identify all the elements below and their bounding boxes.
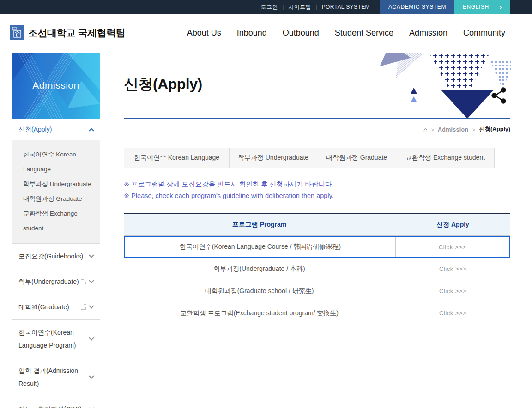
sidebar-item-apply[interactable]: 신청(Apply) <box>12 119 100 140</box>
program-label: 한국어연수(Korean Language Course / 韩国语研修课程) <box>180 243 341 251</box>
breadcrumb-apply: 신청(Apply) <box>479 126 510 133</box>
nav-student-service[interactable]: Student Service <box>335 28 393 38</box>
sidebar-banner-title: Admission <box>12 80 100 91</box>
sidebar-item-graduate[interactable]: 대학원(Graduate) <box>12 294 100 320</box>
chevron-right-icon: › <box>500 4 502 11</box>
chevron-down-icon <box>89 278 94 283</box>
sidebar-apply-label: 신청(Apply) <box>18 126 52 134</box>
global-nav: About Us Inbound Outbound Student Servic… <box>171 14 505 52</box>
page-title-section: 신청(Apply) <box>124 53 510 119</box>
nav-about-us[interactable]: About Us <box>187 28 221 38</box>
chevron-up-icon <box>89 128 94 133</box>
breadcrumb-separator: > <box>431 127 434 132</box>
external-link-icon <box>81 279 86 284</box>
table-row-graduate[interactable]: 대학원과정(Graduate school / 研究生) Click >>> <box>124 280 510 302</box>
sidebar-item-label: 한국어연수(Korean Language Program) <box>18 326 90 352</box>
sidebar-item-label: 학부(Undergraduate) <box>18 275 79 288</box>
program-tabs: 한국어연수 Korean Language 학부과정 Undergraduate… <box>124 148 510 168</box>
sidebar-sub-korean-language[interactable]: 한국어연수 Korean Language <box>23 147 95 177</box>
chevron-down-icon <box>89 405 94 408</box>
sidebar-item-guidebooks[interactable]: 모집요강(Guidebooks) <box>12 244 100 269</box>
table-header-row: 프로그램 Program 신청 Apply <box>124 214 510 236</box>
nav-admission[interactable]: Admission <box>409 28 447 38</box>
tab-exchange-student[interactable]: 교환학생 Exchange student <box>396 148 495 168</box>
portal-system-link[interactable]: PORTAL SYSTEM <box>322 4 370 10</box>
nav-inbound[interactable]: Inbound <box>237 28 267 38</box>
sidebar-item-admission-result[interactable]: 입학 결과(Admission Result) <box>12 358 100 396</box>
nav-outbound[interactable]: Outbound <box>283 28 319 38</box>
sitemap-link[interactable]: 사이트맵 <box>288 3 311 11</box>
chevron-down-icon <box>89 303 94 308</box>
main-content: 신청(Apply) ⌂ > Admission > 신청(Apply) 한국어연… <box>124 53 510 324</box>
login-link[interactable]: 로그인 <box>261 3 278 11</box>
external-link-icon <box>81 305 86 310</box>
sidebar-menu: 모집요강(Guidebooks) 학부(Undergraduate) 대학원(G… <box>12 243 100 408</box>
language-label: ENGLISH <box>463 4 489 10</box>
apply-click-link[interactable]: Click >>> <box>439 244 466 251</box>
program-label: 대학원과정(Graduate school / 研究生) <box>205 287 314 295</box>
language-select-button[interactable]: ENGLISH › <box>454 0 510 14</box>
top-utility-bar: 로그인 | 사이트맵 | PORTAL SYSTEM ACADEMIC SYST… <box>0 0 532 14</box>
university-emblem-icon <box>10 25 24 40</box>
table-row-korean-language[interactable]: 한국어연수(Korean Language Course / 韩国语研修课程) … <box>124 236 510 258</box>
chevron-down-icon <box>89 252 94 258</box>
notice-english: ※ Please, check each program's guideline… <box>124 190 510 202</box>
nav-community[interactable]: Community <box>463 28 505 38</box>
chevron-down-icon <box>89 335 94 340</box>
breadcrumb-admission[interactable]: Admission <box>438 126 469 133</box>
apply-table: 프로그램 Program 신청 Apply 한국어연수(Korean Langu… <box>124 213 510 324</box>
breadcrumb: ⌂ > Admission > 신청(Apply) <box>124 126 510 133</box>
apply-click-link[interactable]: Click >>> <box>439 265 466 272</box>
apply-click-link[interactable]: Click >>> <box>439 310 466 317</box>
academic-system-button[interactable]: ACADEMIC SYSTEM <box>380 0 454 14</box>
sidebar-item-gks[interactable]: 정부초청장학생(GKS) <box>12 396 100 408</box>
col-header-program: 프로그램 Program <box>124 214 395 235</box>
page-title: 신청(Apply) <box>124 53 510 95</box>
breadcrumb-separator: > <box>472 127 475 132</box>
sidebar-sub-undergraduate[interactable]: 학부과정 Undergraduate <box>23 177 95 192</box>
site-title: 조선대학교 국제협력팀 <box>28 26 125 39</box>
site-logo[interactable]: 조선대학교 국제협력팀 <box>10 25 125 40</box>
tab-graduate[interactable]: 대학원과정 Graduate <box>317 148 396 168</box>
table-row-undergraduate[interactable]: 학부과정(Undergraduate / 本科) Click >>> <box>124 258 510 280</box>
tab-undergraduate[interactable]: 학부과정 Undergraduate <box>229 148 317 168</box>
separator: | <box>283 5 284 10</box>
tab-korean-language[interactable]: 한국어연수 Korean Language <box>124 148 230 168</box>
sidebar-item-label: 정부초청장학생(GKS) <box>18 402 90 408</box>
sidebar: Admission 신청(Apply) 한국어연수 Korean Languag… <box>12 53 100 408</box>
apply-click-link[interactable]: Click >>> <box>439 288 466 294</box>
notice-block: ※ 프로그램별 상세 모집요강을 반드시 확인한 후 신청하시기 바랍니다. ※… <box>124 179 510 202</box>
sidebar-item-label: 입학 결과(Admission Result) <box>18 364 90 390</box>
sidebar-submenu: 한국어연수 Korean Language 학부과정 Undergraduate… <box>12 140 100 243</box>
table-row-exchange-student[interactable]: 교환학생 프로그램(Exchange student program/ 交換生)… <box>124 302 510 324</box>
sidebar-banner: Admission <box>12 53 100 119</box>
home-icon[interactable]: ⌂ <box>423 126 427 133</box>
program-label: 학부과정(Undergraduate / 本科) <box>213 265 305 273</box>
sidebar-sub-graduate[interactable]: 대학원과정 Graduate <box>23 192 95 206</box>
col-header-apply: 신청 Apply <box>395 214 510 235</box>
sidebar-item-label: 대학원(Graduate) <box>18 300 79 313</box>
separator: | <box>316 5 317 10</box>
sidebar-item-undergraduate[interactable]: 학부(Undergraduate) <box>12 269 100 294</box>
page: 로그인 | 사이트맵 | PORTAL SYSTEM ACADEMIC SYST… <box>0 0 532 408</box>
chevron-down-icon <box>89 373 94 378</box>
sidebar-sub-exchange-student[interactable]: 교환학생 Exchange student <box>23 206 95 236</box>
sidebar-item-label: 모집요강(Guidebooks) <box>18 250 90 263</box>
notice-korean: ※ 프로그램별 상세 모집요강을 반드시 확인한 후 신청하시기 바랍니다. <box>124 179 510 190</box>
program-label: 교환학생 프로그램(Exchange student program/ 交換生) <box>180 309 339 318</box>
sidebar-item-korean-language-program[interactable]: 한국어연수(Korean Language Program) <box>12 320 100 358</box>
site-header: 조선대학교 국제협력팀 About Us Inbound Outbound St… <box>0 14 532 52</box>
